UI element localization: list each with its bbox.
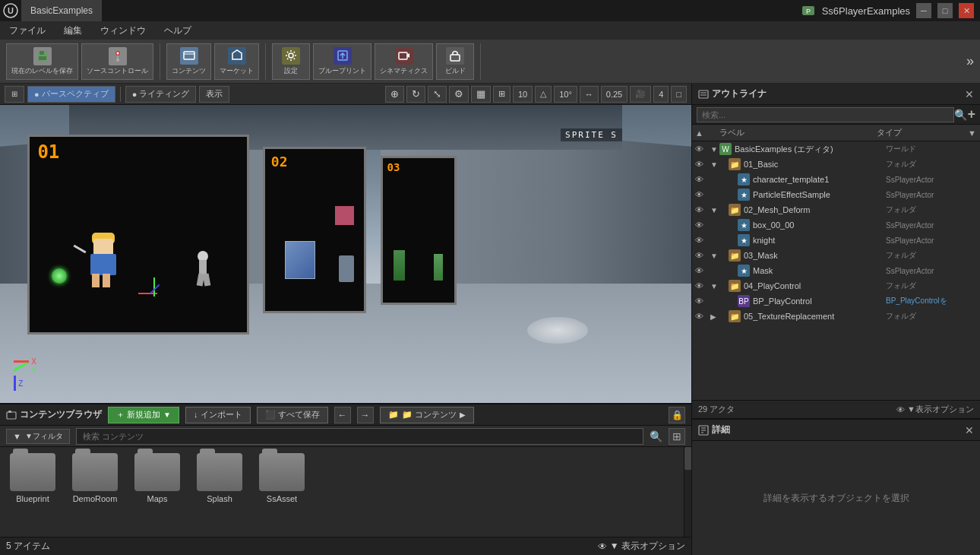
lock-icon[interactable]: 🔒 [669,407,685,423]
cam-speed-button[interactable]: 🎥 [630,86,651,103]
filter-button[interactable]: ▼ ▼フィルタ [6,429,70,444]
tree-item-chartemplate[interactable]: 👁 ▶ ★ character_template1 SsPlayerActor [692,172,980,187]
view-options-button[interactable]: 👁 ▼ 表示オプション [598,540,685,553]
folder-ssasset[interactable]: SsAsset [255,453,308,531]
rotate-button[interactable]: ↻ [406,86,425,103]
angle-snap-button[interactable]: △ [535,86,552,103]
content-button[interactable]: コンテンツ [166,43,211,80]
close-button[interactable]: ✕ [959,3,974,18]
eye-icon-01basic[interactable]: 👁 [695,160,707,169]
mode-button[interactable]: ⚙ [449,86,469,103]
eye-icon-02mesh[interactable]: 👁 [695,205,707,214]
eye-icon-05texture[interactable]: 👁 [695,312,707,321]
tree-item-particle[interactable]: 👁 ▶ ★ ParticleEffectSample SsPlayerActor [692,187,980,202]
tree-type-mask: SsPlayerActor [886,267,977,275]
tree-item-mask[interactable]: 👁 ▶ ★ Mask SsPlayerActor [692,263,980,278]
menu-help[interactable]: ヘルプ [161,23,194,39]
eye-icon-chartemplate[interactable]: 👁 [695,175,707,184]
svg-rect-18 [8,411,11,413]
folder-maps-label: Maps [147,494,168,503]
tree-item-05texture[interactable]: 👁 ▶ 📁 05_TextureReplacement フォルダ [692,309,980,324]
blueprint-icon [334,47,352,65]
show-button[interactable]: 表示 [199,86,229,103]
save-all-button[interactable]: ⬛ すべて保存 [257,407,328,423]
outliner-close-button[interactable]: ✕ [965,88,974,100]
tree-item-box0000[interactable]: 👁 ▶ ★ box_00_00 SsPlayerActor [692,217,980,233]
outliner-add-button[interactable]: + [967,106,975,122]
menu-edit[interactable]: 編集 [61,23,85,39]
grid-button[interactable]: ▦ [471,86,491,103]
menu-window[interactable]: ウィンドウ [97,23,149,39]
tree-item-01basic[interactable]: 👁 ▼ 📁 01_Basic フォルダ [692,157,980,172]
translate-button[interactable]: ⊕ [385,86,404,103]
content-nav-button[interactable]: 📁 📁 コンテンツ ▶ [380,407,474,423]
cb-settings-icon[interactable]: ⊞ [669,428,685,445]
viewport[interactable]: 01 [0,105,691,403]
outliner-view-options-button[interactable]: 👁 ▼表示オプション [896,404,974,415]
folder-splash[interactable]: Splash [193,453,246,531]
content-icon [180,47,198,65]
nav-toggle-button[interactable]: ⊞ [5,86,24,103]
restore-button[interactable]: □ [937,3,953,18]
minimize-button[interactable]: ─ [916,3,931,18]
toolbar-expand-icon[interactable]: » [966,53,974,69]
folder-ssasset-icon [259,453,305,491]
eye-icon-particle[interactable]: 👁 [695,190,707,199]
eye-icon-mask[interactable]: 👁 [695,266,707,275]
nav-back-button[interactable]: ← [334,407,351,423]
tree-item-03mask[interactable]: 👁 ▼ 📁 03_Mask フォルダ [692,248,980,263]
tree-item-04playcontrol[interactable]: 👁 ▼ 📁 04_PlayControl フォルダ [692,278,980,293]
eye-icon-bpplaycontrol[interactable]: 👁 [695,297,707,306]
details-close-button[interactable]: ✕ [965,424,974,436]
viewport-toolbar: ⊞ ● パースペクティブ ● ライティング 表示 ⊕ ↻ ⤡ ⚙ ▦ ⊞ [0,84,691,105]
tree-item-world[interactable]: 👁 ▼ W BasicExamples (エディタ) ワールド [692,141,980,157]
cam-speed-value[interactable]: 4 [653,86,669,103]
import-button[interactable]: ↓ インポート [185,407,251,423]
scale-snap-button[interactable]: ↔ [580,86,599,103]
grid-value[interactable]: 10 [513,86,533,103]
folder-maps[interactable]: Maps [131,453,184,531]
add-new-button[interactable]: ＋ 新規追加 ▼ [108,407,179,423]
content-search-input[interactable] [76,428,643,445]
tree-item-bpplaycontrol[interactable]: 👁 ▶ BP BP_PlayControl BP_PlayControlを [692,293,980,309]
perspective-button[interactable]: ● パースペクティブ [27,86,115,103]
source-control-button[interactable]: ソースコントロール [81,43,153,80]
lighting-button[interactable]: ● ライティング [125,86,197,103]
folder-blueprint[interactable]: Blueprint [6,453,59,531]
angle-value[interactable]: 10° [554,86,577,103]
tab-basicexamples[interactable]: BasicExamples [21,0,102,21]
vp-separator [120,87,121,102]
content-browser-folders: Blueprint DemoRoom Maps Splash [0,447,684,537]
eye-icon-knight[interactable]: 👁 [695,236,707,245]
toolbar-file-group: 現在のレベルを保存 ソースコントロール [6,43,160,80]
build-icon [446,47,464,65]
grid-snap-button[interactable]: ⊞ [493,86,511,103]
cb-scrollbar[interactable] [684,447,691,537]
eye-icon-box0000[interactable]: 👁 [695,220,707,230]
content-search-icon[interactable]: 🔍 [650,430,662,442]
scale-button[interactable]: ⤡ [428,86,447,103]
outliner-columns: ▲ ラベル タイプ ▼ [692,125,980,141]
tree-item-02mesh[interactable]: 👁 ▼ 📁 02_Mesh_Deform フォルダ [692,202,980,217]
cinematics-button[interactable]: シネマティクス [375,43,433,80]
maximize-button[interactable]: □ [671,86,687,103]
eye-icon-world[interactable]: 👁 [695,144,707,154]
outliner-search-input[interactable] [697,107,954,122]
scale-value[interactable]: 0.25 [601,86,628,103]
content-browser-content-area: Blueprint DemoRoom Maps Splash [0,447,691,537]
outliner-search-icon[interactable]: 🔍 [954,109,967,121]
build-button[interactable]: ビルド [436,43,474,80]
content-browser-nav: ▼ ▼フィルタ 🔍 ⊞ [0,426,691,447]
sprite-character [84,233,122,293]
tree-item-knight[interactable]: 👁 ▶ ★ knight SsPlayerActor [692,233,980,248]
eye-icon-04playcontrol[interactable]: 👁 [695,281,707,290]
plant-sprite-2 [434,254,443,281]
settings-button[interactable]: 設定 [272,43,310,80]
market-button[interactable]: マーケット [214,43,259,80]
blueprint-button[interactable]: ブループリント [313,43,371,80]
eye-icon-03mask[interactable]: 👁 [695,251,707,260]
nav-fwd-button[interactable]: → [357,407,374,423]
folder-demoroom[interactable]: DemoRoom [68,453,122,531]
menu-file[interactable]: ファイル [6,23,49,39]
save-level-button[interactable]: 現在のレベルを保存 [6,43,78,80]
